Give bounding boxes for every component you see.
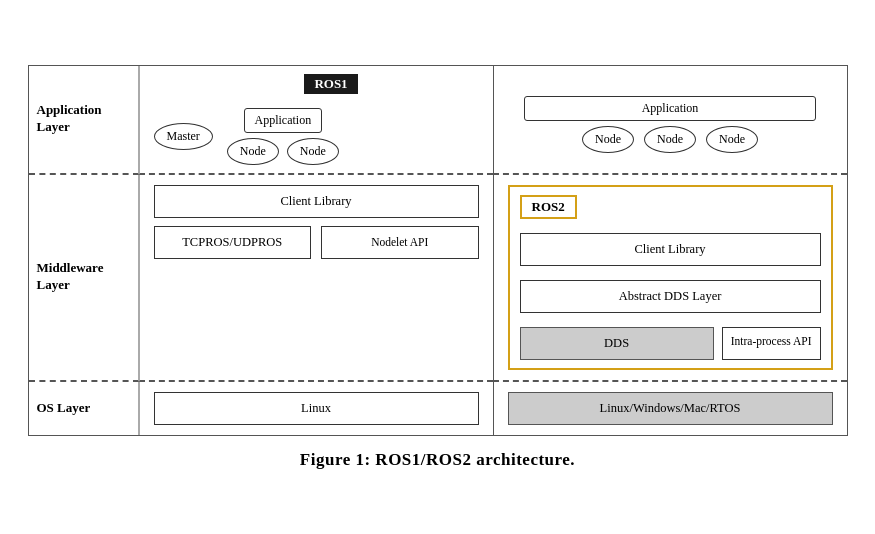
application-layer-text: Application Layer (37, 102, 130, 136)
ros1-client-library-box: Client Library (154, 185, 479, 218)
ros2-bottom-row: DDS Intra-process API (520, 327, 821, 360)
ros2-badge: ROS2 (520, 195, 577, 219)
ros1-os-col: Linux (139, 382, 493, 435)
diagram-wrapper: Application Layer ROS1 Master Applicatio… (28, 65, 848, 470)
ros1-badge: ROS1 (304, 74, 357, 94)
ros2-dds-box: DDS (520, 327, 714, 360)
ros2-app-col: Application Node Node Node (493, 66, 847, 175)
application-layer-label: Application Layer (29, 66, 139, 175)
ros1-node2: Node (287, 138, 339, 165)
ros1-middleware-col: Client Library TCPROS/UDPROS Nodelet API (139, 175, 493, 382)
ros2-middleware-wrapper: ROS2 Client Library Abstract DDS Layer D… (508, 185, 833, 370)
figure-caption: Figure 1: ROS1/ROS2 architecture. (300, 450, 575, 470)
ros2-application-box: Application (524, 96, 817, 121)
ros2-platforms-box: Linux/Windows/Mac/RTOS (508, 392, 833, 425)
ros2-client-library-box: Client Library (520, 233, 821, 266)
ros1-nodelet-box: Nodelet API (321, 226, 479, 259)
middleware-layer-text: Middleware Layer (37, 260, 130, 294)
ros2-os-col: Linux/Windows/Mac/RTOS (493, 382, 847, 435)
ros1-node1: Node (227, 138, 279, 165)
os-layer-text: OS Layer (37, 400, 91, 417)
middleware-layer-label: Middleware Layer (29, 175, 139, 382)
ros2-node3: Node (706, 126, 758, 153)
architecture-diagram: Application Layer ROS1 Master Applicatio… (28, 65, 848, 436)
ros1-linux-box: Linux (154, 392, 479, 425)
ros2-abstract-dds-box: Abstract DDS Layer (520, 280, 821, 313)
ros1-master-node: Master (154, 123, 213, 150)
ros2-middleware-col: ROS2 Client Library Abstract DDS Layer D… (493, 175, 847, 382)
ros1-application-box: Application (244, 108, 323, 133)
ros2-intra-box: Intra-process API (722, 327, 821, 360)
ros2-node1: Node (582, 126, 634, 153)
ros1-app-col: ROS1 Master Application Node Node (139, 66, 493, 175)
ros2-node2: Node (644, 126, 696, 153)
ros1-tcpros-box: TCPROS/UDPROS (154, 226, 312, 259)
os-layer-label: OS Layer (29, 382, 139, 435)
